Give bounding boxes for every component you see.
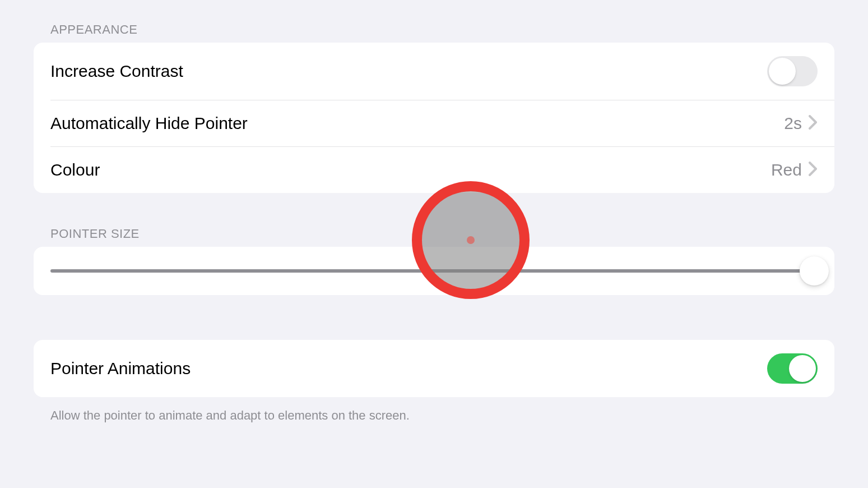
colour-row[interactable]: Colour Red: [34, 147, 834, 193]
chevron-right-icon: [809, 115, 818, 132]
pointer-animations-group: Pointer Animations: [34, 340, 834, 397]
pointer-animations-footer: Allow the pointer to animate and adapt t…: [34, 397, 834, 434]
appearance-section-header: APPEARANCE: [34, 17, 834, 43]
increase-contrast-row: Increase Contrast: [34, 43, 834, 100]
auto-hide-pointer-label: Automatically Hide Pointer: [50, 114, 248, 133]
colour-right: Red: [771, 160, 818, 179]
toggle-knob: [769, 58, 796, 85]
increase-contrast-label: Increase Contrast: [50, 62, 183, 81]
colour-label: Colour: [50, 160, 100, 179]
auto-hide-pointer-row[interactable]: Automatically Hide Pointer 2s: [34, 100, 834, 146]
auto-hide-pointer-right: 2s: [784, 114, 818, 133]
pointer-animations-toggle[interactable]: [767, 353, 818, 384]
auto-hide-pointer-value: 2s: [784, 114, 802, 133]
chevron-right-icon: [809, 162, 818, 179]
pointer-size-section-header: POINTER SIZE: [34, 221, 834, 247]
appearance-group: Increase Contrast Automatically Hide Poi…: [34, 43, 834, 193]
pointer-animations-row: Pointer Animations: [34, 340, 834, 397]
increase-contrast-toggle[interactable]: [767, 56, 818, 86]
pointer-size-slider-container: [34, 247, 834, 295]
pointer-animations-label: Pointer Animations: [50, 359, 191, 378]
colour-value: Red: [771, 160, 802, 179]
toggle-knob: [789, 355, 816, 382]
pointer-size-slider[interactable]: [50, 269, 818, 273]
slider-thumb[interactable]: [800, 256, 829, 286]
